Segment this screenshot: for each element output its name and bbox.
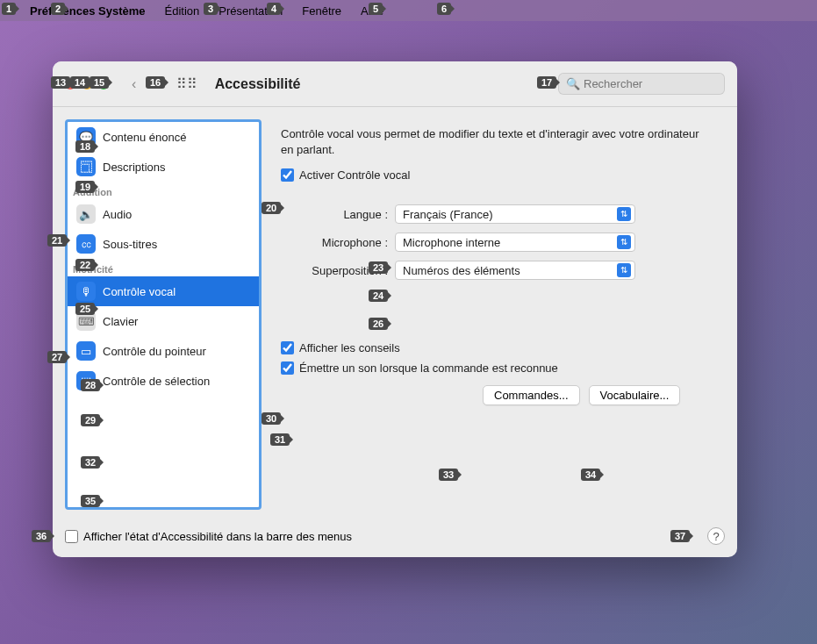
search-input[interactable] bbox=[584, 77, 717, 90]
preferences-window: ‹ › ⠿⠿ Accessibilité 🔍 💬 Contenu énoncé … bbox=[53, 61, 737, 557]
language-select[interactable]: Français (France) ⇅ bbox=[395, 204, 635, 224]
nav-controls: ‹ › ⠿⠿ bbox=[126, 74, 203, 94]
overlay-label: Superposition : bbox=[281, 264, 395, 277]
show-hints-checkbox[interactable] bbox=[281, 341, 294, 354]
sidebar-section-hearing: Audition bbox=[68, 182, 259, 199]
menubar: Préférences Système Édition Présentation… bbox=[0, 0, 817, 21]
minimize-button[interactable] bbox=[82, 79, 92, 89]
overlay-select[interactable]: Numéros des éléments ⇅ bbox=[395, 261, 635, 280]
sidebar-item-label: Contrôle vocal bbox=[103, 285, 176, 298]
speak-icon: 💬 bbox=[76, 127, 96, 147]
titlebar: ‹ › ⠿⠿ Accessibilité 🔍 bbox=[53, 61, 737, 107]
voice-control-description: Contrôle vocal vous permet de modifier d… bbox=[281, 126, 709, 158]
chevron-updown-icon: ⇅ bbox=[617, 207, 631, 221]
play-sound-label: Émettre un son lorsque la commande est r… bbox=[299, 361, 558, 375]
enable-voice-control-checkbox[interactable] bbox=[281, 168, 294, 182]
fullscreen-button[interactable] bbox=[98, 79, 109, 89]
keyboard-icon: ⌨ bbox=[76, 311, 96, 331]
sidebar-item-switch-control[interactable]: ⬚ Contrôle de sélection bbox=[68, 366, 259, 396]
menu-help[interactable]: Aide bbox=[352, 4, 392, 18]
sidebar-item-label: Sous-titres bbox=[103, 238, 157, 251]
close-button[interactable] bbox=[65, 79, 75, 89]
play-sound-checkbox[interactable] bbox=[281, 361, 294, 375]
overlay-value: Numéros des éléments bbox=[403, 264, 520, 277]
forward-button[interactable]: › bbox=[148, 75, 163, 94]
menu-app[interactable]: Préférences Système bbox=[21, 4, 154, 18]
sidebar-item-voice-control[interactable]: 🎙 Contrôle vocal bbox=[68, 276, 259, 306]
window-controls bbox=[65, 79, 109, 89]
enable-voice-control-label: Activer Contrôle vocal bbox=[299, 168, 410, 182]
help-button[interactable]: ? bbox=[707, 527, 725, 545]
chevron-updown-icon: ⇅ bbox=[617, 263, 631, 277]
footer: Afficher l'état d'Accessibilité dans la … bbox=[53, 522, 737, 557]
sidebar-item-label: Clavier bbox=[103, 315, 138, 328]
sidebar-item-audio[interactable]: 🔈 Audio bbox=[68, 199, 259, 229]
microphone-select[interactable]: Microphone interne ⇅ bbox=[395, 233, 635, 252]
menu-window[interactable]: Fenêtre bbox=[293, 4, 350, 18]
descriptions-icon: ⿹ bbox=[76, 157, 96, 176]
search-icon: 🔍 bbox=[566, 77, 580, 90]
search-field[interactable]: 🔍 bbox=[558, 73, 725, 95]
show-status-label: Afficher l'état d'Accessibilité dans la … bbox=[83, 530, 352, 543]
voice-control-icon: 🎙 bbox=[76, 282, 96, 301]
switch-icon: ⬚ bbox=[76, 371, 96, 390]
captions-icon: ㏄ bbox=[76, 234, 96, 254]
language-label: Langue : bbox=[281, 208, 395, 221]
pointer-icon: ▭ bbox=[76, 341, 96, 361]
window-title: Accessibilité bbox=[215, 76, 301, 92]
chevron-updown-icon: ⇅ bbox=[617, 235, 631, 249]
show-status-checkbox[interactable] bbox=[65, 530, 78, 543]
menu-view[interactable]: Présentation bbox=[210, 4, 291, 18]
show-all-icon[interactable]: ⠿⠿ bbox=[171, 74, 203, 94]
content-pane: Contrôle vocal vous permet de modifier d… bbox=[262, 119, 725, 510]
vocabulary-button[interactable]: Vocabulaire... bbox=[589, 385, 681, 405]
play-sound-row: Émettre un son lorsque la commande est r… bbox=[281, 361, 709, 375]
sidebar-item-label: Descriptions bbox=[103, 161, 166, 174]
microphone-label: Microphone : bbox=[281, 236, 395, 249]
sidebar-item-keyboard[interactable]: ⌨ Clavier bbox=[68, 306, 259, 336]
sidebar-item-label: Contenu énoncé bbox=[103, 131, 186, 144]
sidebar-item-label: Audio bbox=[103, 208, 132, 221]
commands-button[interactable]: Commandes... bbox=[483, 385, 580, 405]
audio-icon: 🔈 bbox=[76, 204, 96, 224]
sidebar-item-spoken-content[interactable]: 💬 Contenu énoncé bbox=[68, 122, 259, 152]
menu-edit[interactable]: Édition bbox=[156, 4, 209, 18]
sidebar-item-label: Contrôle du pointeur bbox=[103, 345, 206, 358]
sidebar-item-pointer-control[interactable]: ▭ Contrôle du pointeur bbox=[68, 336, 259, 366]
show-hints-row: Afficher les conseils bbox=[281, 341, 709, 354]
hint-tag: 36 bbox=[32, 530, 51, 542]
sidebar[interactable]: 💬 Contenu énoncé ⿹ Descriptions Audition… bbox=[65, 119, 262, 510]
sidebar-item-captions[interactable]: ㏄ Sous-titres bbox=[68, 229, 259, 259]
back-button[interactable]: ‹ bbox=[126, 75, 141, 94]
sidebar-item-descriptions[interactable]: ⿹ Descriptions bbox=[68, 152, 259, 182]
enable-voice-control-row: Activer Contrôle vocal bbox=[281, 168, 709, 182]
show-status-row: Afficher l'état d'Accessibilité dans la … bbox=[65, 530, 352, 543]
language-value: Français (France) bbox=[403, 208, 493, 221]
show-hints-label: Afficher les conseils bbox=[299, 341, 400, 354]
sidebar-section-motor: Motricité bbox=[68, 259, 259, 276]
sidebar-item-label: Contrôle de sélection bbox=[103, 375, 210, 388]
microphone-value: Microphone interne bbox=[403, 236, 500, 249]
